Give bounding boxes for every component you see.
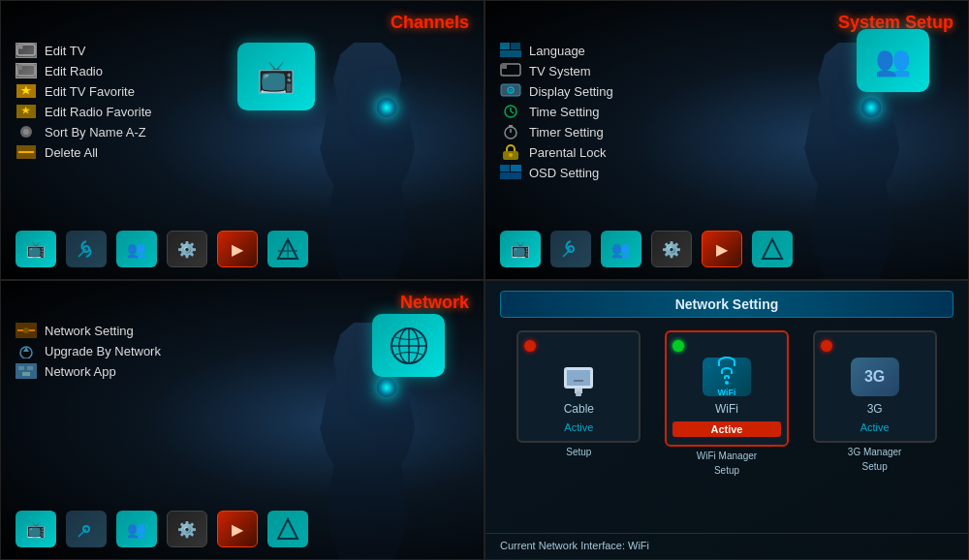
edit-tvfav-label: Edit TV Favorite [45,84,135,99]
language-icon [500,43,521,58]
wifi-status-dot [672,340,684,352]
q3-nav-people-btn[interactable]: 👥 [116,511,157,547]
q2-film-icon: ▶ [716,240,728,259]
q1-content: Channels Edit TV Edit Radio Edit TV Favo… [1,1,484,279]
edit-radiofav-label: Edit Radio Favorite [45,105,152,119]
svg-marker-54 [278,519,297,539]
q3-nav-satellite-btn[interactable] [66,511,107,547]
network-options-container: Cable Active Setup [485,326,968,533]
svg-rect-34 [511,165,521,171]
menu-timer-setting[interactable]: Timer Setting [500,124,953,140]
channels-large-icon: 📺 [237,43,315,110]
q2-satellite-icon [559,237,582,261]
q2-nav-satellite-btn[interactable] [550,231,591,267]
svg-rect-3 [17,65,22,70]
network-app-icon [16,363,37,379]
upgrade-network-icon [16,343,37,358]
svg-rect-17 [500,43,510,49]
osd-setting-icon [500,165,521,180]
edit-radio-icon [16,63,37,78]
q2-network-nav-icon [761,237,784,261]
edit-radiofav-icon [16,104,37,119]
q3-network-nav-icon [276,517,299,541]
timer-setting-icon [500,124,521,140]
nav-network-btn[interactable] [267,231,308,267]
network-title: Network [16,293,469,313]
svg-point-41 [23,327,29,333]
cable-label: Cable [564,402,594,416]
q2-nav-network-btn[interactable] [752,231,793,267]
svg-rect-35 [500,172,521,179]
parental-lock-label: Parental Lock [529,145,607,160]
delete-all-label: Delete All [45,145,98,160]
network-large-icon [372,314,445,377]
network-setting-icon [16,323,37,338]
menu-osd-setting[interactable]: OSD Setting [500,165,953,180]
gear-icon: ⚙️ [177,240,197,259]
g3-active-text: Active [860,421,890,433]
edit-tvfav-icon [16,83,37,99]
svg-point-9 [23,129,29,135]
nav-satellite-btn[interactable] [66,231,107,267]
delete-all-icon [16,144,37,160]
nav-people-btn[interactable]: 👥 [116,231,157,267]
svg-rect-1 [17,45,23,49]
q3-nav-network-btn[interactable] [267,511,308,547]
film-icon: ▶ [232,240,243,259]
quadrant-network: Network Network Setting Upgrade By Netwo… [0,280,484,560]
wifi-box-outer: WiFi WiFi Active [665,330,789,447]
wifi-device-icon: WiFi [703,358,751,396]
q2-nav-tv-btn[interactable]: 📺 [500,231,541,267]
svg-line-37 [563,249,571,257]
q3-nav-tv-btn[interactable]: 📺 [16,511,56,547]
parental-lock-icon [500,144,521,160]
q2-bottom-nav: 📺 👥 ⚙️ ▶ [500,223,953,267]
q2-nav-people-btn[interactable]: 👥 [601,231,641,267]
wifi-manager-text: WiFi Manager [697,451,757,461]
satellite-icon [75,237,98,261]
cable-device-icon [554,358,603,396]
q3-nav-film-btn[interactable]: ▶ [217,511,258,547]
edit-radio-label: Edit Radio [45,64,103,78]
menu-time-setting[interactable]: Time Setting [500,104,953,119]
tv-shape: 📺 [257,58,296,95]
display-setting-icon [500,83,521,99]
svg-rect-46 [27,366,33,370]
quadrant-network-setting: Network Setting Cable [484,280,969,560]
q2-nav-film-btn[interactable]: ▶ [702,231,742,267]
menu-delete-all[interactable]: Delete All [16,144,469,160]
current-network-label: Current Network Interface: WiFi [485,533,968,559]
network-nav-icon [276,237,299,261]
g3-text: 3G [864,368,885,386]
svg-rect-45 [18,366,24,370]
svg-line-13 [78,249,86,257]
q3-satellite-icon [75,517,98,541]
people-icon: 👥 [127,240,146,259]
nav-tv-btn[interactable]: 📺 [16,231,56,267]
network-app-label: Network App [45,364,116,379]
nav-gear-btn[interactable]: ⚙️ [167,231,207,267]
edit-tv-label: Edit TV [45,44,85,58]
menu-parental-lock[interactable]: Parental Lock [500,144,953,160]
wifi-label: WiFi [715,402,738,416]
channels-title: Channels [16,13,469,33]
svg-rect-30 [509,125,513,127]
q3-people-icon: 👥 [127,520,146,539]
wifi-signal-shape: WiFi [718,357,736,397]
edit-tv-icon [16,43,37,58]
nav-film-btn[interactable]: ▶ [217,231,258,267]
net-option-cable: Cable Active Setup [516,330,641,528]
time-setting-icon [500,104,521,119]
q2-nav-tv-icon: 📺 [511,240,530,259]
timer-setting-label: Timer Setting [529,125,604,140]
network-setting-label: Network Setting [45,324,134,338]
g3-label: 3G [867,402,883,416]
menu-sort[interactable]: Sort By Name A-Z [16,124,469,140]
display-setting-label: Display Setting [529,84,613,99]
wifi-active-badge[interactable]: Active [672,421,781,437]
wifi-setup-text: Setup [714,465,739,476]
people-shape: 👥 [875,44,911,78]
g3-icon-box: 3G [851,358,899,396]
q2-nav-gear-btn[interactable]: ⚙️ [651,231,692,267]
q3-nav-gear-btn[interactable]: ⚙️ [167,511,207,547]
